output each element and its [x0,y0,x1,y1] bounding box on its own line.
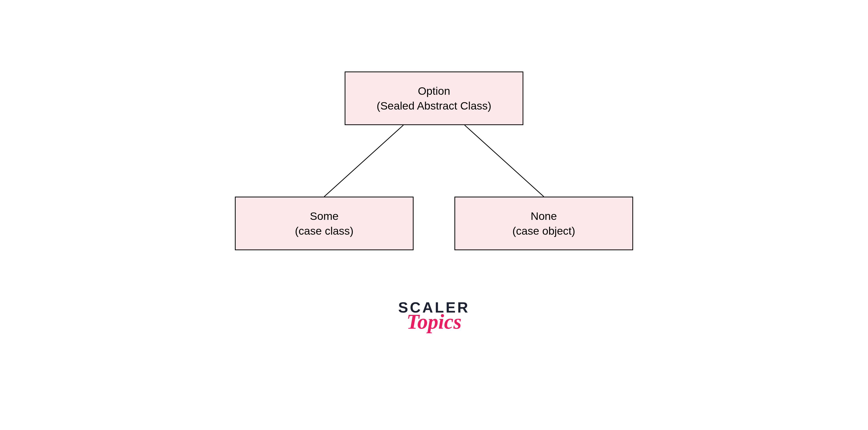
logo-topics-text: Topics [398,311,470,332]
parent-node-subtitle: (Sealed Abstract Class) [377,98,491,113]
child-right-subtitle: (case object) [513,223,575,238]
hierarchy-diagram: Option (Sealed Abstract Class) Some (cas… [235,71,633,255]
child-left-title: Some [310,209,339,223]
child-left-subtitle: (case class) [295,223,353,238]
svg-line-0 [324,125,403,196]
child-node-some: Some (case class) [235,196,413,250]
parent-node-title: Option [418,84,450,98]
parent-node-option: Option (Sealed Abstract Class) [345,71,523,125]
brand-logo: SCALER Topics [398,299,470,332]
child-node-none: None (case object) [455,196,633,250]
child-right-title: None [531,209,557,223]
svg-line-1 [465,125,544,196]
